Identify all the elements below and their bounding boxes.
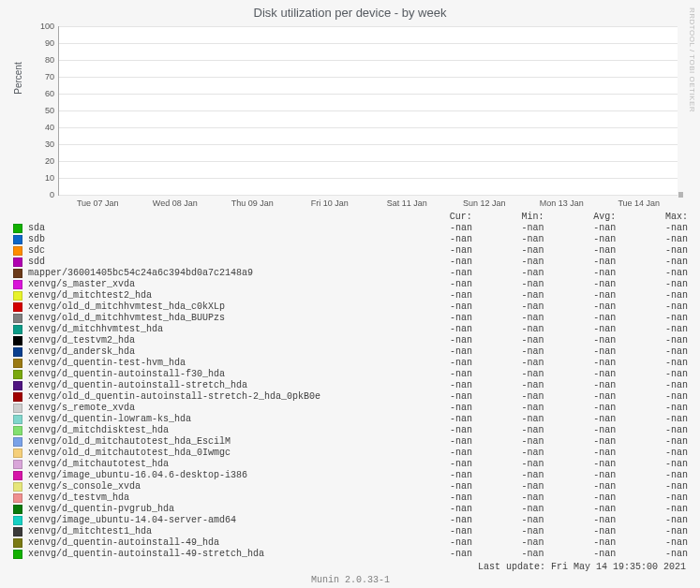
legend-avg: -nan (544, 448, 617, 459)
legend-avg: -nan (544, 425, 617, 436)
legend-label: xenvg/d_quentin-test-hvm_hda (28, 358, 400, 369)
legend-swatch (13, 550, 22, 559)
y-tick: 100 (40, 22, 54, 31)
legend-min: -nan (472, 403, 544, 414)
gridline (59, 161, 678, 162)
legend-avg: -nan (544, 257, 617, 268)
legend-min: -nan (472, 481, 544, 492)
legend-swatch (13, 280, 22, 289)
legend-max: -nan (616, 335, 688, 346)
legend-label: xenvg/d_mitchtest2_hda (28, 290, 400, 301)
legend-row: xenvg/d_testvm_hda-nan-nan-nan-nan (13, 492, 688, 504)
legend-min: -nan (472, 268, 544, 279)
legend-avg: -nan (544, 436, 617, 448)
legend-max: -nan (616, 549, 688, 560)
legend-row: xenvg/d_mitchtest1_hda-nan-nan-nan-nan (13, 526, 688, 537)
legend-row: xenvg/d_quentin-pvgrub_hda-nan-nan-nan-n… (13, 504, 688, 515)
legend-avg: -nan (544, 313, 617, 324)
legend-cur: -nan (400, 391, 472, 403)
legend-min: -nan (472, 492, 544, 504)
legend-min: -nan (472, 290, 544, 301)
legend-cur: -nan (400, 313, 472, 324)
legend-row: xenvg/old_d_mitchautotest_hda_0Iwmgc-nan… (13, 448, 688, 459)
legend-row: sdc-nan-nan-nan-nan (13, 245, 688, 257)
legend-row: xenvg/d_mitchdisktest_hda-nan-nan-nan-na… (13, 425, 688, 436)
plot-area: 0102030405060708090100Tue 07 JanWed 08 J… (58, 26, 677, 195)
legend-swatch (13, 415, 22, 424)
x-tick: Tue 07 Jan (77, 198, 119, 208)
legend-header: Cur: Min: Avg: Max: (13, 212, 688, 223)
x-tick: Fri 10 Jan (311, 198, 349, 208)
legend-label: xenvg/image_ubuntu-14.04-server-amd64 (28, 515, 400, 526)
legend-min: -nan (472, 358, 544, 369)
legend-cur: -nan (400, 358, 472, 369)
legend-cur: -nan (400, 492, 472, 504)
legend-swatch (13, 347, 22, 357)
legend-avg: -nan (544, 346, 617, 358)
legend-swatch (13, 448, 22, 458)
legend-min: -nan (472, 459, 544, 470)
legend-min: -nan (472, 234, 544, 245)
legend-row: xenvg/d_andersk_hda-nan-nan-nan-nan (13, 346, 688, 358)
legend-max: -nan (616, 268, 688, 279)
y-tick: 60 (45, 89, 54, 98)
legend-row: xenvg/d_quentin-test-hvm_hda-nan-nan-nan… (13, 358, 688, 369)
legend-cur: -nan (400, 526, 472, 537)
legend-min: -nan (472, 425, 544, 436)
legend-swatch (13, 314, 22, 323)
legend-label: sdb (28, 234, 400, 245)
legend-swatch (13, 257, 22, 267)
legend-label: xenvg/d_mitchautotest_hda (28, 459, 400, 470)
y-tick: 40 (45, 123, 54, 132)
legend-max: -nan (616, 234, 688, 245)
legend-label: xenvg/d_mitchhvmtest_hda (28, 324, 400, 335)
legend-cur: -nan (400, 234, 472, 245)
legend-cur: -nan (400, 403, 472, 414)
legend-avg: -nan (544, 369, 617, 380)
legend-row: xenvg/s_remote_xvda-nan-nan-nan-nan (13, 403, 688, 414)
legend-max: -nan (616, 223, 688, 234)
legend-row: xenvg/old_d_mitchhvmtest_hda_c0kXLp-nan-… (13, 301, 688, 313)
legend-max: -nan (616, 492, 688, 504)
legend-min: -nan (472, 301, 544, 313)
legend-min: -nan (472, 537, 544, 549)
legend-cur: -nan (400, 504, 472, 515)
legend-max: -nan (616, 448, 688, 459)
legend-min: -nan (472, 470, 544, 481)
gridline (59, 43, 678, 44)
legend-max: -nan (616, 425, 688, 436)
legend-avg: -nan (544, 290, 617, 301)
x-tick: Sun 12 Jan (463, 198, 506, 208)
legend-row: xenvg/s_console_xvda-nan-nan-nan-nan (13, 481, 688, 492)
legend-row: sdd-nan-nan-nan-nan (13, 257, 688, 268)
gridline (59, 60, 678, 61)
legend-label: xenvg/old_d_quentin-autoinstall-stretch-… (28, 391, 400, 403)
legend-min: -nan (472, 391, 544, 403)
legend-avg: -nan (544, 481, 617, 492)
legend-avg: -nan (544, 223, 617, 234)
legend-row: xenvg/d_mitchautotest_hda-nan-nan-nan-na… (13, 459, 688, 470)
legend-avg: -nan (544, 504, 617, 515)
legend-row: xenvg/old_d_mitchhvmtest_hda_BUUPzs-nan-… (13, 313, 688, 324)
last-update: Last update: Fri May 14 19:35:00 2021 (13, 560, 688, 573)
legend-label: xenvg/old_d_mitchautotest_hda_0Iwmgc (28, 448, 400, 459)
legend-label: sdd (28, 257, 400, 268)
x-tick: Mon 13 Jan (540, 198, 584, 208)
legend-avg: -nan (544, 470, 617, 481)
legend-avg: -nan (544, 301, 617, 313)
gridline (59, 77, 678, 78)
legend-avg: -nan (544, 335, 617, 346)
tool-watermark: RRDTOOL / TOBI OETIKER (688, 7, 696, 112)
gridline (59, 94, 678, 95)
y-tick: 20 (45, 156, 54, 166)
legend-min: -nan (472, 515, 544, 526)
legend-cur: -nan (400, 470, 472, 481)
legend-label: xenvg/d_quentin-pvgrub_hda (28, 504, 400, 515)
legend-max: -nan (616, 279, 688, 290)
y-tick: 80 (45, 55, 54, 65)
legend-swatch (13, 426, 22, 435)
col-avg: Avg: (544, 212, 617, 223)
legend-min: -nan (472, 504, 544, 515)
legend-row: sdb-nan-nan-nan-nan (13, 234, 688, 245)
legend-avg: -nan (544, 234, 617, 245)
